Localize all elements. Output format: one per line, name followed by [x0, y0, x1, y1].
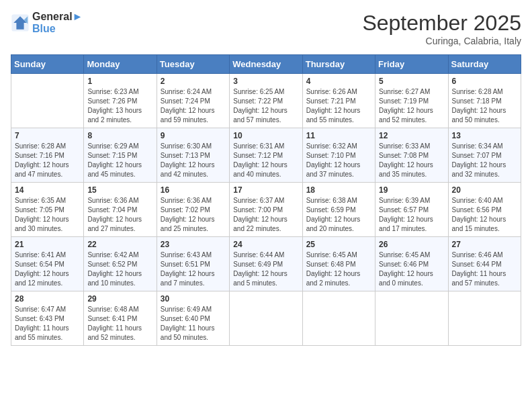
weekday-header-tuesday: Tuesday [157, 55, 229, 74]
day-cell-12: 12Sunrise: 6:33 AMSunset: 7:08 PMDayligh… [375, 128, 448, 183]
day-number: 17 [233, 185, 298, 195]
day-cell-21: 21Sunrise: 6:41 AMSunset: 6:54 PMDayligh… [11, 237, 84, 291]
day-cell-13: 13Sunrise: 6:34 AMSunset: 7:07 PMDayligh… [448, 128, 521, 183]
day-info: Sunrise: 6:26 AMSunset: 7:21 PMDaylight:… [306, 87, 371, 125]
day-cell-5: 5Sunrise: 6:27 AMSunset: 7:19 PMDaylight… [375, 74, 448, 128]
day-info: Sunrise: 6:41 AMSunset: 6:54 PMDaylight:… [15, 250, 80, 288]
day-number: 23 [161, 240, 226, 249]
day-info: Sunrise: 6:27 AMSunset: 7:19 PMDaylight:… [379, 87, 444, 125]
weekday-header-saturday: Saturday [448, 55, 521, 74]
weekday-header-friday: Friday [375, 55, 448, 74]
week-row-5: 28Sunrise: 6:47 AMSunset: 6:43 PMDayligh… [11, 291, 521, 346]
day-cell-26: 26Sunrise: 6:45 AMSunset: 6:46 PMDayligh… [375, 237, 448, 291]
day-cell-30: 30Sunrise: 6:49 AMSunset: 6:40 PMDayligh… [157, 291, 229, 346]
day-number: 8 [87, 131, 152, 140]
day-number: 19 [379, 185, 444, 195]
day-number: 20 [452, 185, 517, 195]
weekday-header-row: SundayMondayTuesdayWednesdayThursdayFrid… [11, 55, 521, 74]
week-row-2: 7Sunrise: 6:28 AMSunset: 7:16 PMDaylight… [11, 128, 521, 183]
day-info: Sunrise: 6:45 AMSunset: 6:46 PMDaylight:… [379, 250, 444, 288]
day-info: Sunrise: 6:44 AMSunset: 6:49 PMDaylight:… [233, 250, 298, 288]
day-cell-16: 16Sunrise: 6:36 AMSunset: 7:02 PMDayligh… [157, 183, 229, 237]
week-row-3: 14Sunrise: 6:35 AMSunset: 7:05 PMDayligh… [11, 183, 521, 237]
day-info: Sunrise: 6:37 AMSunset: 7:00 PMDaylight:… [233, 196, 298, 234]
day-cell-2: 2Sunrise: 6:24 AMSunset: 7:24 PMDaylight… [157, 74, 229, 128]
day-number: 5 [379, 77, 444, 86]
day-number: 10 [233, 131, 298, 140]
week-row-4: 21Sunrise: 6:41 AMSunset: 6:54 PMDayligh… [11, 237, 521, 291]
empty-cell [302, 291, 375, 346]
day-cell-27: 27Sunrise: 6:46 AMSunset: 6:44 PMDayligh… [448, 237, 521, 291]
day-cell-22: 22Sunrise: 6:42 AMSunset: 6:52 PMDayligh… [84, 237, 157, 291]
day-cell-10: 10Sunrise: 6:31 AMSunset: 7:12 PMDayligh… [230, 128, 302, 183]
month-title: September 2025 [362, 11, 521, 36]
day-cell-19: 19Sunrise: 6:39 AMSunset: 6:57 PMDayligh… [375, 183, 448, 237]
day-number: 12 [379, 131, 444, 140]
logo: General► Blue [11, 11, 83, 35]
day-number: 2 [161, 77, 226, 86]
day-cell-25: 25Sunrise: 6:45 AMSunset: 6:48 PMDayligh… [302, 237, 375, 291]
day-number: 26 [379, 240, 444, 249]
day-info: Sunrise: 6:46 AMSunset: 6:44 PMDaylight:… [452, 250, 517, 288]
day-number: 7 [15, 131, 80, 140]
day-info: Sunrise: 6:45 AMSunset: 6:48 PMDaylight:… [306, 250, 371, 288]
title-block: September 2025 Curinga, Calabria, Italy [362, 11, 521, 46]
day-info: Sunrise: 6:36 AMSunset: 7:02 PMDaylight:… [161, 196, 226, 234]
day-cell-18: 18Sunrise: 6:38 AMSunset: 6:59 PMDayligh… [302, 183, 375, 237]
calendar-table: SundayMondayTuesdayWednesdayThursdayFrid… [11, 54, 521, 346]
day-cell-24: 24Sunrise: 6:44 AMSunset: 6:49 PMDayligh… [230, 237, 302, 291]
day-cell-8: 8Sunrise: 6:29 AMSunset: 7:15 PMDaylight… [84, 128, 157, 183]
day-number: 22 [87, 240, 152, 249]
day-info: Sunrise: 6:24 AMSunset: 7:24 PMDaylight:… [161, 87, 226, 125]
day-info: Sunrise: 6:31 AMSunset: 7:12 PMDaylight:… [233, 142, 298, 179]
day-number: 3 [233, 77, 298, 86]
weekday-header-sunday: Sunday [11, 55, 84, 74]
day-cell-28: 28Sunrise: 6:47 AMSunset: 6:43 PMDayligh… [11, 291, 84, 346]
day-info: Sunrise: 6:23 AMSunset: 7:26 PMDaylight:… [87, 87, 152, 125]
day-info: Sunrise: 6:39 AMSunset: 6:57 PMDaylight:… [379, 196, 444, 234]
day-info: Sunrise: 6:25 AMSunset: 7:22 PMDaylight:… [233, 87, 298, 125]
day-number: 6 [452, 77, 517, 86]
empty-cell [230, 291, 302, 346]
day-cell-11: 11Sunrise: 6:32 AMSunset: 7:10 PMDayligh… [302, 128, 375, 183]
day-info: Sunrise: 6:28 AMSunset: 7:18 PMDaylight:… [452, 87, 517, 125]
day-cell-29: 29Sunrise: 6:48 AMSunset: 6:41 PMDayligh… [84, 291, 157, 346]
empty-cell [448, 291, 521, 346]
day-info: Sunrise: 6:35 AMSunset: 7:05 PMDaylight:… [15, 196, 80, 234]
day-info: Sunrise: 6:47 AMSunset: 6:43 PMDaylight:… [15, 305, 80, 342]
day-number: 18 [306, 185, 371, 195]
logo-text: General► Blue [32, 11, 83, 35]
day-info: Sunrise: 6:40 AMSunset: 6:56 PMDaylight:… [452, 196, 517, 234]
location: Curinga, Calabria, Italy [362, 36, 521, 46]
empty-cell [11, 74, 84, 128]
day-info: Sunrise: 6:34 AMSunset: 7:07 PMDaylight:… [452, 142, 517, 179]
page-header: General► Blue September 2025 Curinga, Ca… [11, 11, 521, 46]
day-number: 28 [15, 294, 80, 304]
day-number: 16 [161, 185, 226, 195]
day-number: 30 [161, 294, 226, 304]
day-cell-1: 1Sunrise: 6:23 AMSunset: 7:26 PMDaylight… [84, 74, 157, 128]
day-number: 11 [306, 131, 371, 140]
day-number: 27 [452, 240, 517, 249]
week-row-1: 1Sunrise: 6:23 AMSunset: 7:26 PMDaylight… [11, 74, 521, 128]
day-number: 1 [87, 77, 152, 86]
weekday-header-wednesday: Wednesday [230, 55, 302, 74]
day-cell-7: 7Sunrise: 6:28 AMSunset: 7:16 PMDaylight… [11, 128, 84, 183]
day-cell-4: 4Sunrise: 6:26 AMSunset: 7:21 PMDaylight… [302, 74, 375, 128]
day-info: Sunrise: 6:42 AMSunset: 6:52 PMDaylight:… [87, 250, 152, 288]
day-cell-15: 15Sunrise: 6:36 AMSunset: 7:04 PMDayligh… [84, 183, 157, 237]
weekday-header-monday: Monday [84, 55, 157, 74]
day-number: 25 [306, 240, 371, 249]
day-info: Sunrise: 6:29 AMSunset: 7:15 PMDaylight:… [87, 142, 152, 179]
day-number: 13 [452, 131, 517, 140]
empty-cell [375, 291, 448, 346]
day-cell-14: 14Sunrise: 6:35 AMSunset: 7:05 PMDayligh… [11, 183, 84, 237]
day-number: 29 [87, 294, 152, 304]
day-cell-6: 6Sunrise: 6:28 AMSunset: 7:18 PMDaylight… [448, 74, 521, 128]
day-info: Sunrise: 6:43 AMSunset: 6:51 PMDaylight:… [161, 250, 226, 288]
day-info: Sunrise: 6:38 AMSunset: 6:59 PMDaylight:… [306, 196, 371, 234]
day-info: Sunrise: 6:49 AMSunset: 6:40 PMDaylight:… [161, 305, 226, 342]
day-cell-20: 20Sunrise: 6:40 AMSunset: 6:56 PMDayligh… [448, 183, 521, 237]
day-cell-3: 3Sunrise: 6:25 AMSunset: 7:22 PMDaylight… [230, 74, 302, 128]
day-cell-17: 17Sunrise: 6:37 AMSunset: 7:00 PMDayligh… [230, 183, 302, 237]
